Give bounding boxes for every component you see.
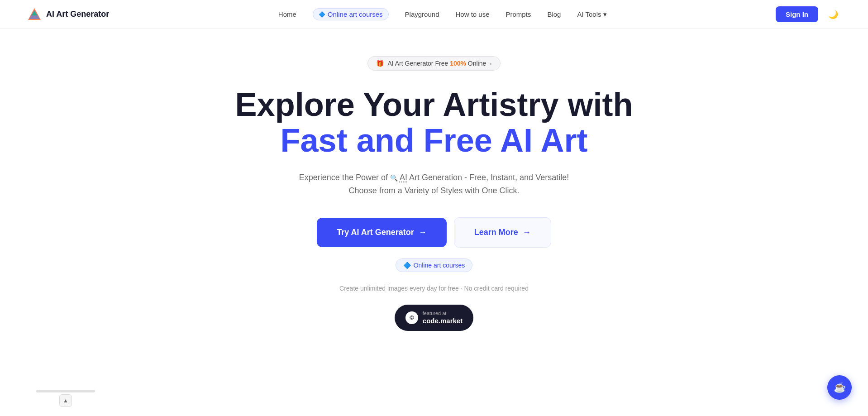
courses-diamond-icon: 🔷	[403, 262, 411, 269]
chevron-down-icon: ▾	[603, 10, 607, 19]
badge-arrow-icon: ›	[490, 60, 491, 67]
nav-online-courses[interactable]: 🔷 Online art courses	[313, 8, 389, 20]
nav-ai-tools[interactable]: AI Tools ▾	[577, 10, 606, 19]
dark-mode-button[interactable]: 🌙	[825, 7, 841, 22]
brand-name: AI Art Generator	[46, 10, 109, 19]
scroll-up-icon: ▲	[63, 397, 68, 404]
navbar: AI Art Generator Home 🔷 Online art cours…	[0, 0, 868, 29]
secondary-arrow-icon: →	[523, 228, 531, 237]
nav-prompts[interactable]: Prompts	[506, 10, 531, 18]
floating-coffee-button[interactable]: ☕	[827, 375, 852, 400]
ai-search-icon: 🔍	[390, 174, 398, 182]
try-ai-art-button[interactable]: Try AI Art Generator →	[317, 218, 447, 247]
diamond-icon: 🔷	[319, 11, 325, 18]
navbar-right: Sign In 🌙	[776, 6, 841, 22]
badge-text: AI Art Generator Free 100% Online	[387, 60, 486, 67]
online-courses-badge[interactable]: 🔷 Online art courses	[396, 258, 473, 272]
sign-in-button[interactable]: Sign In	[776, 6, 818, 22]
code-market-badge[interactable]: © featured at code.market	[395, 305, 473, 331]
badge-gift-icon: 🎁	[376, 60, 384, 67]
nav-links: Home 🔷 Online art courses Playground How…	[278, 8, 607, 20]
nav-playground[interactable]: Playground	[405, 10, 439, 18]
scroll-bar	[36, 390, 95, 392]
coffee-icon: ☕	[834, 382, 846, 393]
top-badge[interactable]: 🎁 AI Art Generator Free 100% Online ›	[367, 56, 500, 71]
hero-section: 🎁 AI Art Generator Free 100% Online › Ex…	[0, 29, 868, 349]
hero-headline: Explore Your Artistry with Fast and Free…	[235, 87, 633, 158]
nav-blog[interactable]: Blog	[547, 10, 561, 18]
scroll-up-button[interactable]: ▲	[59, 394, 72, 407]
scroll-indicator: ▲	[36, 390, 95, 407]
cta-buttons: Try AI Art Generator → Learn More →	[317, 217, 551, 248]
primary-arrow-icon: →	[419, 228, 427, 237]
brand-area: AI Art Generator	[27, 7, 109, 22]
free-text: Create unlimited images every day for fr…	[339, 285, 529, 292]
logo-icon	[27, 7, 42, 22]
nav-home[interactable]: Home	[278, 10, 296, 18]
learn-more-button[interactable]: Learn More →	[454, 217, 551, 248]
code-market-text: featured at code.market	[423, 310, 463, 325]
nav-how-to-use[interactable]: How to use	[455, 10, 489, 18]
hero-subtitle: Experience the Power of 🔍 AI Art Generat…	[294, 171, 574, 197]
code-market-icon: ©	[405, 311, 418, 324]
